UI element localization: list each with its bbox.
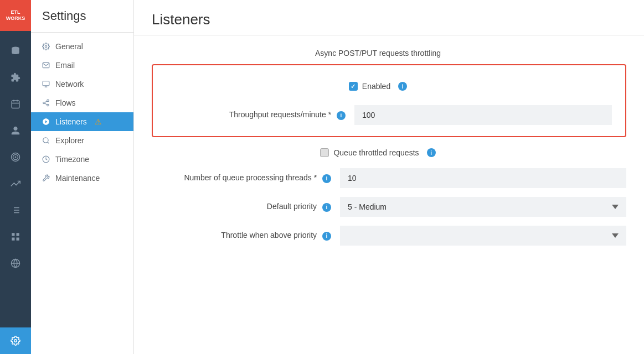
svg-rect-22 — [43, 81, 49, 86]
queue-label: Queue throttled requests — [333, 148, 419, 157]
nav-icon-user[interactable] — [0, 117, 31, 144]
settings-icon — [11, 336, 20, 346]
content-area: Async POST/PUT requests throttling Enabl… — [134, 35, 644, 354]
svg-point-25 — [47, 100, 49, 102]
svg-point-27 — [47, 104, 49, 106]
logo-text: ETL WORKS — [6, 9, 25, 22]
enabled-checkbox[interactable] — [349, 82, 358, 91]
svg-rect-15 — [17, 233, 19, 236]
sidebar-item-flows[interactable]: Flows — [31, 93, 133, 112]
maintenance-label: Maintenance — [55, 174, 100, 183]
timezone-icon — [42, 155, 50, 163]
svg-rect-17 — [17, 238, 19, 241]
svg-point-7 — [15, 157, 17, 158]
priority-info-icon[interactable]: i — [322, 203, 331, 212]
sidebar-item-maintenance[interactable]: Maintenance — [31, 169, 133, 188]
throttle-priority-select[interactable]: 1 - Lowest 2 - Low 3 - Below Medium 4 - … — [340, 226, 626, 246]
calendar-icon — [11, 99, 20, 109]
svg-point-26 — [43, 102, 45, 104]
explorer-label: Explorer — [55, 136, 84, 145]
target-icon — [11, 152, 20, 162]
nav-icon-grid[interactable] — [0, 223, 31, 250]
nav-icon-target[interactable] — [0, 144, 31, 170]
sidebar-item-listeners[interactable]: Listeners ⚠ — [31, 112, 133, 131]
priority-select[interactable]: 1 - Lowest 2 - Low 3 - Below Medium 4 - … — [340, 197, 626, 217]
svg-rect-14 — [12, 233, 14, 236]
throttle-priority-select-wrap: 1 - Lowest 2 - Low 3 - Below Medium 4 - … — [340, 226, 626, 246]
svg-point-30 — [43, 138, 48, 143]
svg-line-29 — [45, 101, 47, 102]
chart-icon — [11, 179, 20, 189]
nav-sidebar: Settings General Email Network Flows Lis… — [31, 0, 134, 354]
listeners-icon — [42, 118, 50, 126]
queue-checkbox[interactable] — [320, 148, 329, 157]
svg-point-20 — [14, 340, 17, 342]
enabled-info-icon[interactable]: i — [398, 82, 407, 91]
threads-input-wrap — [340, 168, 626, 188]
general-label: General — [55, 42, 83, 51]
timezone-label: Timezone — [55, 155, 89, 164]
main-content: Listeners Async POST/PUT requests thrott… — [134, 0, 644, 354]
network-icon — [42, 80, 50, 88]
nav-icon-chart[interactable] — [0, 170, 31, 197]
listeners-label: Listeners — [55, 117, 87, 126]
queue-row: Queue throttled requests i — [152, 148, 626, 157]
svg-line-28 — [45, 103, 47, 105]
sidebar-item-email[interactable]: Email — [31, 56, 133, 75]
explorer-icon — [42, 137, 50, 144]
enabled-row: Enabled i — [166, 74, 612, 98]
throttle-priority-row: Throttle when above priority i 1 - Lowes… — [152, 226, 626, 246]
flows-icon — [42, 99, 50, 107]
globe-icon — [11, 258, 20, 268]
nav-icon-globe[interactable] — [0, 250, 31, 277]
throttling-box: Enabled i Throughput requests/minute * i — [152, 64, 626, 137]
database-icon — [11, 46, 20, 56]
throttle-priority-info-icon[interactable]: i — [322, 232, 331, 241]
throughput-input[interactable] — [354, 105, 612, 125]
nav-icon-puzzle[interactable] — [0, 64, 31, 91]
sidebar-item-general[interactable]: General — [31, 37, 133, 56]
email-label: Email — [55, 61, 75, 70]
logo[interactable]: ETL WORKS — [0, 0, 31, 31]
svg-rect-16 — [12, 238, 14, 241]
puzzle-icon — [11, 72, 20, 82]
section-label: Async POST/PUT requests throttling — [152, 49, 626, 58]
svg-rect-1 — [12, 101, 19, 108]
settings-title: Settings — [31, 0, 133, 33]
nav-icon-settings[interactable] — [0, 327, 31, 354]
icon-nav — [0, 35, 31, 354]
network-label: Network — [55, 80, 84, 88]
throughput-label: Throughput requests/minute * i — [166, 110, 354, 120]
nav-icon-calendar[interactable] — [0, 91, 31, 117]
maintenance-icon — [42, 174, 50, 182]
enabled-label: Enabled — [362, 82, 390, 91]
throttle-priority-label: Throttle when above priority i — [152, 231, 340, 241]
sidebar-item-explorer[interactable]: Explorer — [31, 131, 133, 150]
threads-label: Number of queue processing threads * i — [152, 173, 340, 183]
priority-select-wrap: 1 - Lowest 2 - Low 3 - Below Medium 4 - … — [340, 197, 626, 217]
page-title: Listeners — [152, 11, 626, 28]
flows-label: Flows — [55, 98, 76, 107]
sidebar-item-timezone[interactable]: Timezone — [31, 150, 133, 169]
throughput-info-icon[interactable]: i — [337, 111, 346, 120]
threads-row: Number of queue processing threads * i — [152, 168, 626, 188]
priority-label: Default priority i — [152, 202, 340, 212]
svg-point-21 — [45, 45, 47, 48]
nav-menu: General Email Network Flows Listeners ⚠ … — [31, 33, 133, 192]
threads-info-icon[interactable]: i — [322, 174, 331, 183]
grid-icon — [11, 232, 20, 242]
user-icon — [11, 126, 20, 136]
sidebar-item-network[interactable]: Network — [31, 75, 133, 93]
nav-icon-list[interactable] — [0, 197, 31, 223]
threads-input[interactable] — [340, 168, 626, 188]
nav-icon-database[interactable] — [0, 38, 31, 64]
list-icon — [11, 205, 20, 215]
queue-info-icon[interactable]: i — [427, 148, 436, 157]
icon-sidebar: ETL WORKS — [0, 0, 31, 354]
page-header: Listeners — [134, 0, 644, 35]
email-icon — [42, 61, 50, 69]
listeners-warn-icon: ⚠ — [95, 117, 102, 126]
svg-line-31 — [48, 142, 49, 144]
throughput-row: Throughput requests/minute * i — [166, 103, 612, 127]
priority-row: Default priority i 1 - Lowest 2 - Low 3 … — [152, 197, 626, 217]
